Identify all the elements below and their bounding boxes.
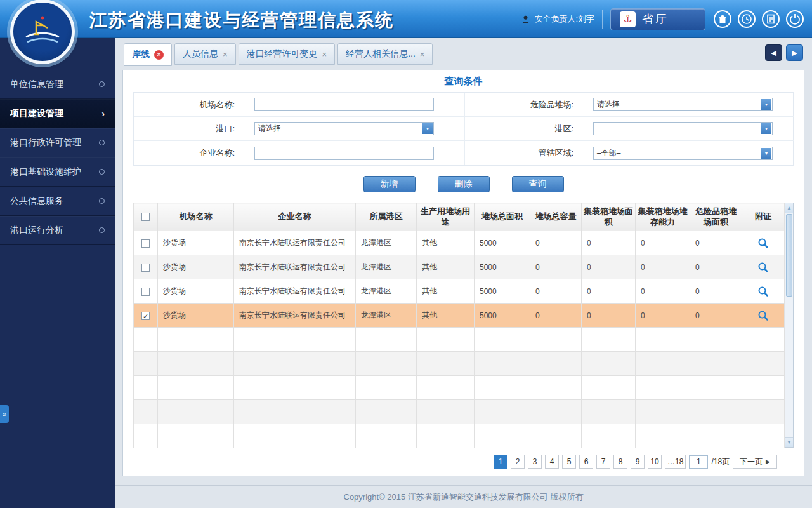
close-icon[interactable]: ×	[322, 50, 327, 59]
table-header-row: 机场名称 企业名称 所属港区 生产用堆场用途 堆场总面积 堆场总容量 集装箱堆场…	[134, 203, 785, 231]
tab-shoreline[interactable]: 岸线 ✕	[124, 43, 172, 66]
sidebar-item-public-info[interactable]: 公共信息服务	[0, 187, 115, 216]
action-buttons: 新增 删除 查询	[123, 166, 804, 203]
circle-indicator-icon	[99, 140, 105, 145]
page-button-9[interactable]: 9	[631, 455, 645, 469]
table-row[interactable]: 沙货场 南京长宁水陆联运有限责任公司 龙潭港区 其他 5000 0 0 0 0	[134, 279, 785, 304]
tab-label: 港口经营许可变更	[247, 48, 318, 60]
close-icon[interactable]: ✕	[154, 50, 164, 60]
add-button[interactable]: 新增	[363, 176, 416, 192]
cell-container-area: 0	[582, 304, 636, 328]
chevron-down-icon[interactable]: ▼	[761, 99, 771, 110]
page-button-5[interactable]: 5	[562, 455, 576, 469]
attachment-view-icon[interactable]	[757, 310, 769, 321]
header-divider	[602, 10, 603, 29]
attachment-view-icon[interactable]	[757, 262, 769, 273]
sidebar-item-infrastructure[interactable]: 港口基础设施维护	[0, 157, 115, 187]
delete-button[interactable]: 删除	[438, 176, 490, 192]
scrollbar-thumb[interactable]	[786, 214, 792, 297]
header-cell: 集装箱堆场堆存能力	[636, 203, 690, 231]
attachment-view-icon[interactable]	[757, 286, 769, 297]
tab-license-change[interactable]: 港口经营许可变更 ×	[239, 43, 336, 65]
field-label: 管辖区域:	[465, 141, 579, 165]
cell-total-area: 5000	[475, 304, 530, 328]
sidebar-item-label: 港口基础设施维护	[10, 166, 81, 178]
cell-hazard-area: 0	[690, 231, 742, 255]
sidebar-item-operation-analysis[interactable]: 港口运行分析	[0, 216, 115, 245]
table-row-empty	[134, 424, 785, 448]
table-row-empty	[134, 400, 785, 424]
attachment-view-icon[interactable]	[757, 237, 769, 249]
tab-personnel-info[interactable]: 人员信息 ×	[174, 43, 236, 65]
table-row-empty	[134, 328, 785, 352]
page-button-6[interactable]: 6	[579, 455, 593, 469]
chevron-down-icon[interactable]: ▼	[422, 123, 433, 134]
document-icon[interactable]	[761, 10, 780, 29]
cell-total-capacity: 0	[530, 255, 582, 279]
tab-bar: 岸线 ✕ 人员信息 × 港口经营许可变更 × 经营人相关信息... × ◀ ▶	[115, 38, 812, 70]
chevron-down-icon[interactable]: ▼	[761, 123, 771, 134]
history-clock-icon[interactable]	[737, 10, 756, 29]
select-all-checkbox[interactable]	[141, 213, 150, 221]
tab-scroll-left-icon[interactable]: ◀	[765, 44, 782, 61]
cell-container-area: 0	[582, 255, 636, 279]
cell-company-name: 南京长宁水陆联运有限责任公司	[234, 279, 356, 304]
table-row-selected[interactable]: ✓ 沙货场 南京长宁水陆联运有限责任公司 龙潭港区 其他 5000 0 0 0 …	[134, 304, 785, 328]
page-button-1[interactable]: 1	[494, 455, 508, 469]
close-icon[interactable]: ×	[223, 50, 228, 59]
page-input[interactable]	[689, 455, 708, 469]
company-name-input[interactable]	[254, 147, 434, 160]
header-cell: 集装箱堆场面积	[582, 203, 636, 231]
page-button-7[interactable]: 7	[596, 455, 610, 469]
home-icon[interactable]	[713, 10, 732, 29]
header-cell: 机场名称	[158, 203, 234, 231]
scroll-up-icon[interactable]: ▲	[785, 203, 793, 213]
table-row-empty	[134, 376, 785, 400]
tab-scroll-right-icon[interactable]: ▶	[786, 44, 803, 61]
sidebar-item-project-construction[interactable]: 项目建设管理 ›	[0, 99, 115, 128]
next-page-button[interactable]: 下一页 ▶	[733, 455, 777, 469]
cell-total-capacity: 0	[530, 304, 582, 328]
jurisdiction-select[interactable]: –全部– ▼	[593, 147, 773, 160]
page-button-3[interactable]: 3	[528, 455, 542, 469]
sidebar-item-unit-info[interactable]: 单位信息管理	[0, 70, 115, 99]
row-checkbox[interactable]	[141, 288, 150, 296]
page-button-8[interactable]: 8	[613, 455, 627, 469]
row-checkbox[interactable]	[141, 264, 150, 272]
sidebar-collapse-handle[interactable]: »	[0, 405, 9, 423]
close-icon[interactable]: ×	[420, 50, 425, 59]
port-select[interactable]: 请选择 ▼	[254, 122, 434, 135]
port-crane-emblem-icon	[22, 11, 63, 52]
logout-icon[interactable]	[785, 10, 804, 29]
circle-indicator-icon	[99, 198, 105, 204]
page-total-label: /18页	[711, 457, 730, 467]
app-logo	[10, 0, 75, 64]
page-button-10[interactable]: 10	[648, 455, 662, 469]
table-row[interactable]: 沙货场 南京长宁水陆联运有限责任公司 龙潭港区 其他 5000 0 0 0 0	[134, 231, 785, 255]
page-button-4[interactable]: 4	[545, 455, 559, 469]
port-area-select[interactable]: ▼	[593, 122, 773, 135]
dept-button[interactable]: ⚓ 省厅	[610, 8, 705, 30]
field-label: 港区:	[465, 117, 579, 141]
page-button-last[interactable]: …18	[665, 455, 686, 469]
vertical-scrollbar[interactable]: ▲ ▼	[785, 203, 794, 448]
sidebar-item-admin-license[interactable]: 港口行政许可管理	[0, 128, 115, 157]
airport-name-input[interactable]	[254, 98, 434, 111]
search-button[interactable]: 查询	[512, 176, 564, 192]
row-checkbox[interactable]	[141, 239, 150, 248]
copyright-text: Copyright© 2015 江苏省新通智能交通科技发展有限公司 版权所有	[344, 491, 584, 503]
cell-port-area: 龙潭港区	[356, 279, 417, 304]
field-label: 危险品堆场:	[465, 93, 579, 117]
select-value: –全部–	[594, 147, 772, 159]
sidebar-item-label: 单位信息管理	[10, 79, 63, 90]
page-button-2[interactable]: 2	[511, 455, 525, 469]
table-row-empty	[134, 352, 785, 376]
sidebar-nav: 单位信息管理 项目建设管理 › 港口行政许可管理 港口基础设施维护 公共信息服务…	[0, 38, 115, 245]
chevron-down-icon[interactable]: ▼	[761, 148, 771, 159]
scroll-down-icon[interactable]: ▼	[785, 437, 793, 447]
tab-operator-info[interactable]: 经营人相关信息... ×	[337, 43, 433, 65]
select-value: 请选择	[255, 123, 433, 135]
table-row[interactable]: 沙货场 南京长宁水陆联运有限责任公司 龙潭港区 其他 5000 0 0 0 0	[134, 255, 785, 279]
hazardous-yard-select[interactable]: 请选择 ▼	[593, 98, 773, 111]
row-checkbox-checked[interactable]: ✓	[141, 312, 150, 320]
